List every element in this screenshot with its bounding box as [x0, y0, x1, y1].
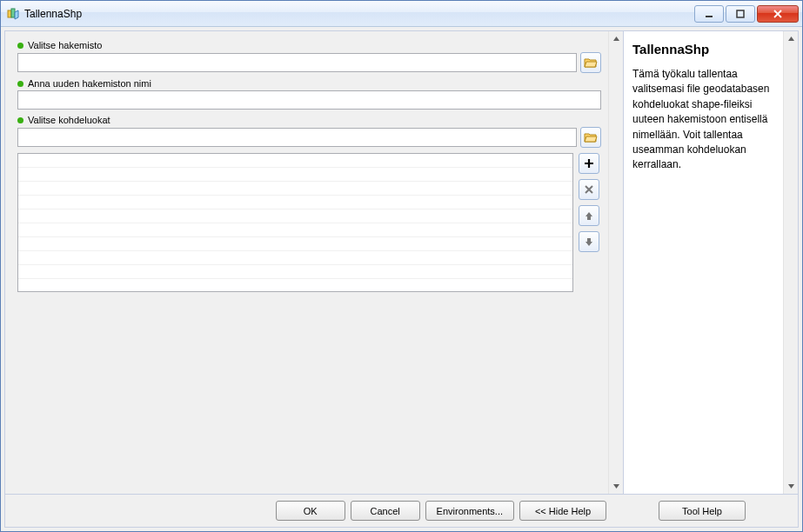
left-scrollbar[interactable] — [608, 31, 623, 494]
window-title: TallennaShp — [24, 8, 694, 20]
scroll-up-icon[interactable] — [784, 31, 798, 46]
list-item[interactable] — [18, 265, 572, 279]
browse-feature-class-button[interactable] — [580, 127, 601, 148]
main-split: Valitse hakemisto — [5, 31, 798, 494]
svg-rect-2 — [706, 16, 713, 17]
client-area: Valitse hakemisto — [4, 30, 799, 528]
feature-class-listbox — [17, 153, 601, 292]
help-content: TallennaShp Tämä työkalu tallentaa valit… — [624, 31, 783, 494]
label-text: Valitse kohdeluokat — [28, 115, 110, 125]
param-new-directory-name: Anna uuden hakemiston nimi — [17, 78, 601, 110]
help-text: Tämä työkalu tallentaa valitsemasi file … — [632, 67, 774, 173]
help-pane: TallennaShp Tämä työkalu tallentaa valit… — [624, 31, 798, 494]
list-item[interactable] — [18, 209, 572, 223]
bottom-bar: OK Cancel Environments... << Hide Help T… — [5, 494, 798, 527]
param-feature-classes: Valitse kohdeluokat — [17, 115, 601, 292]
cancel-button[interactable]: Cancel — [351, 501, 420, 521]
help-scrollbar[interactable] — [783, 31, 798, 494]
svg-rect-0 — [8, 10, 11, 17]
move-up-button[interactable] — [579, 205, 599, 226]
environments-button[interactable]: Environments... — [425, 501, 514, 521]
ok-button[interactable]: OK — [276, 501, 345, 521]
list-item[interactable] — [18, 182, 572, 196]
remove-item-button[interactable] — [579, 179, 599, 200]
label-text: Anna uuden hakemiston nimi — [28, 78, 151, 89]
parameters-pane: Valitse hakemisto — [5, 31, 624, 494]
browse-directory-button[interactable] — [580, 52, 601, 73]
tool-help-button[interactable]: Tool Help — [659, 501, 746, 521]
required-bullet-icon — [17, 117, 23, 123]
svg-rect-1 — [11, 9, 15, 17]
hide-help-button[interactable]: << Hide Help — [519, 501, 606, 521]
app-icon — [6, 7, 20, 21]
param-label: Valitse kohdeluokat — [17, 115, 601, 125]
arrow-down-icon — [584, 236, 594, 247]
add-item-button[interactable] — [579, 153, 599, 174]
arrow-up-icon — [584, 210, 594, 221]
list-item[interactable] — [18, 237, 572, 251]
list-buttons — [579, 153, 601, 292]
param-label: Anna uuden hakemiston nimi — [17, 78, 601, 89]
move-down-button[interactable] — [579, 231, 599, 252]
titlebar[interactable]: TallennaShp — [1, 1, 802, 27]
svg-rect-3 — [737, 10, 744, 17]
new-directory-name-input[interactable] — [17, 90, 601, 110]
minimize-button[interactable] — [694, 5, 724, 23]
feature-class-input[interactable] — [17, 128, 577, 147]
required-bullet-icon — [17, 81, 23, 87]
required-bullet-icon — [17, 43, 23, 49]
scroll-track[interactable] — [784, 46, 798, 479]
scroll-down-icon[interactable] — [784, 479, 798, 494]
dialog-buttons: OK Cancel Environments... << Hide Help — [14, 501, 615, 521]
app-window: TallennaShp Valitse hakemisto — [0, 0, 803, 532]
window-controls — [694, 5, 799, 23]
directory-input[interactable] — [17, 53, 577, 72]
scroll-track[interactable] — [609, 46, 623, 479]
scroll-down-icon[interactable] — [609, 479, 623, 494]
list-item[interactable] — [18, 223, 572, 237]
list-item[interactable] — [18, 196, 572, 209]
x-icon — [584, 184, 594, 195]
folder-open-icon — [584, 131, 598, 143]
list-item[interactable] — [18, 154, 572, 168]
maximize-button[interactable] — [726, 5, 755, 23]
param-select-directory: Valitse hakemisto — [17, 40, 601, 73]
feature-class-list[interactable] — [17, 153, 573, 292]
close-button[interactable] — [757, 5, 799, 23]
folder-open-icon — [584, 57, 598, 69]
help-title: TallennaShp — [632, 42, 774, 57]
param-label: Valitse hakemisto — [17, 40, 601, 50]
scroll-up-icon[interactable] — [609, 31, 623, 46]
help-buttons: Tool Help — [615, 501, 789, 521]
list-item[interactable] — [18, 168, 572, 182]
label-text: Valitse hakemisto — [28, 40, 102, 50]
plus-icon — [583, 157, 595, 170]
list-item[interactable] — [18, 251, 572, 265]
parameters-scroll: Valitse hakemisto — [5, 31, 608, 494]
